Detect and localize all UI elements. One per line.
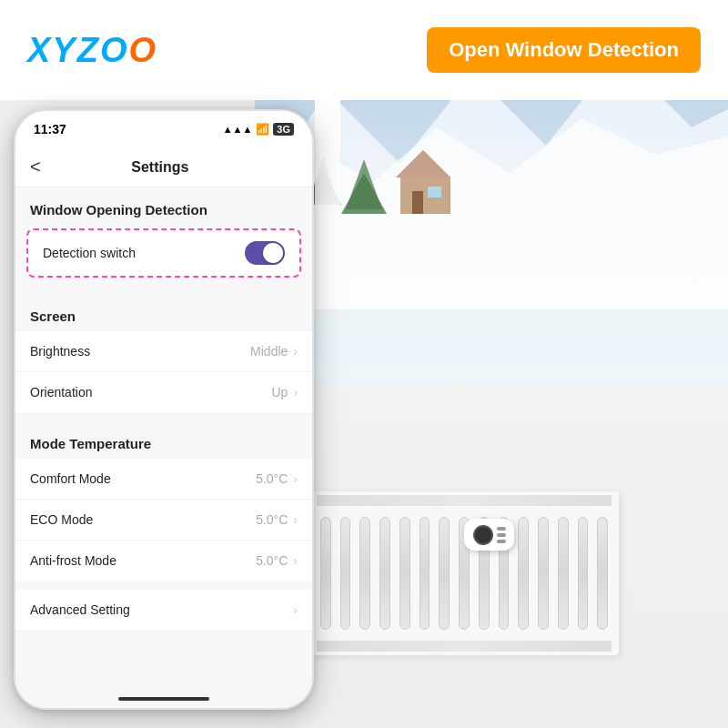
background-scene [255, 0, 728, 728]
wifi-icon: 📶 [256, 123, 269, 136]
comfort-mode-chevron: › [293, 471, 298, 486]
feature-badge: Open Window Detection [427, 27, 701, 73]
orientation-value: Up [271, 385, 288, 399]
nav-title: Settings [41, 159, 279, 176]
svg-rect-7 [400, 177, 450, 214]
toggle-knob [263, 243, 283, 263]
radiator-area [255, 386, 728, 728]
section-header-window: Window Opening Detection [15, 187, 312, 225]
antifrost-mode-label: Anti-frost Mode [30, 553, 256, 568]
orientation-row[interactable]: Orientation Up › [15, 372, 312, 412]
phone-mockup: 11:37 ▲▲▲ 📶 3G < Settings Window Opening… [14, 109, 314, 710]
settings-content: Window Opening Detection Detection switc… [15, 187, 312, 708]
brightness-label: Brightness [30, 344, 250, 359]
status-icons: ▲▲▲ 📶 3G [223, 123, 294, 136]
advanced-setting-label: Advanced Setting [30, 602, 293, 617]
section-header-mode: Mode Temperature [15, 421, 312, 459]
eco-mode-value: 5.0°C [256, 512, 288, 527]
advanced-card: Advanced Setting › [15, 590, 312, 630]
eco-mode-row[interactable]: ECO Mode 5.0°C › [15, 500, 312, 541]
advanced-setting-chevron: › [293, 602, 298, 617]
brightness-chevron: › [293, 344, 298, 359]
svg-rect-10 [428, 187, 441, 197]
orientation-chevron: › [293, 385, 298, 399]
eco-mode-label: ECO Mode [30, 512, 256, 527]
comfort-mode-value: 5.0°C [256, 471, 288, 486]
phone-screen: 11:37 ▲▲▲ 📶 3G < Settings Window Opening… [15, 111, 312, 708]
signal-icon: ▲▲▲ [223, 124, 253, 135]
detection-switch-label: Detection switch [43, 246, 245, 260]
advanced-setting-row[interactable]: Advanced Setting › [15, 590, 312, 630]
screen-card: Brightness Middle › Orientation Up › [15, 331, 312, 412]
antifrost-mode-row[interactable]: Anti-frost Mode 5.0°C › [15, 541, 312, 581]
section-header-screen: Screen [15, 294, 312, 331]
status-bar: 11:37 ▲▲▲ 📶 3G [15, 111, 312, 147]
eco-mode-chevron: › [293, 512, 298, 527]
detection-toggle[interactable] [245, 241, 285, 265]
orientation-label: Orientation [30, 385, 271, 399]
back-button[interactable]: < [30, 157, 41, 177]
home-bar[interactable] [118, 697, 209, 701]
brand-logo: XYZOO [27, 31, 157, 70]
comfort-mode-label: Comfort Mode [30, 471, 256, 486]
radiator [309, 491, 619, 655]
mode-card: Comfort Mode 5.0°C › ECO Mode 5.0°C › An… [15, 459, 312, 581]
antifrost-mode-value: 5.0°C [256, 553, 288, 568]
smart-device [464, 519, 514, 551]
svg-rect-9 [412, 191, 423, 214]
comfort-mode-row[interactable]: Comfort Mode 5.0°C › [15, 459, 312, 500]
brightness-row[interactable]: Brightness Middle › [15, 331, 312, 372]
battery-icon: 3G [273, 123, 294, 136]
status-time: 11:37 [34, 122, 66, 136]
nav-bar: < Settings [15, 147, 312, 187]
top-banner: XYZOO Open Window Detection [0, 0, 728, 100]
brightness-value: Middle [250, 344, 288, 359]
antifrost-mode-chevron: › [293, 553, 298, 568]
detection-switch-row[interactable]: Detection switch [26, 228, 301, 278]
